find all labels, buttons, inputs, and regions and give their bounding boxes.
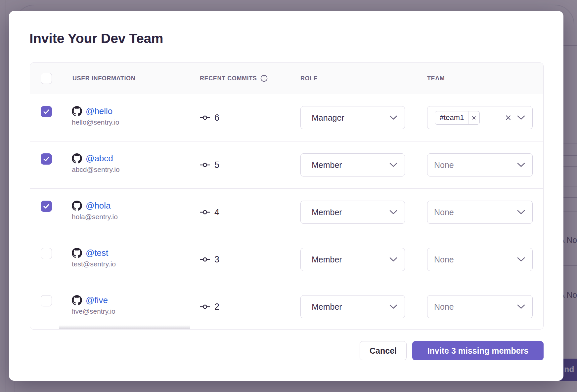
table-row: @abcd abcd@sentry.io 5 Member [30,141,543,189]
role-value: Member [312,160,342,170]
row-checkbox[interactable] [41,248,52,259]
github-icon [72,295,82,305]
user-information-cell: @hello hello@sentry.io [72,106,119,126]
user-information-cell: @test test@sentry.io [72,248,116,268]
chevron-down-icon [389,210,397,215]
role-value: Member [312,255,342,264]
role-select[interactable]: Member [300,248,405,271]
table-row: @hola hola@sentry.io 4 Member [30,189,543,236]
cancel-button[interactable]: Cancel [360,341,407,360]
github-icon [72,201,82,211]
user-email: hola@sentry.io [72,213,118,221]
column-header-role: ROLE [300,63,318,94]
role-value: Member [312,208,342,217]
recent-commits-cell: 6 [200,94,219,141]
recent-commits-label: RECENT COMMITS [200,63,257,94]
chevron-down-icon [389,304,397,309]
user-email: hello@sentry.io [72,118,119,126]
check-icon [43,204,49,209]
team-select[interactable]: #team1 [427,106,533,129]
invite-button-label: Invite 3 missing members [427,346,529,356]
github-username-link[interactable]: @hola [86,201,111,211]
role-select[interactable]: Member [300,201,405,224]
chevron-down-icon [389,163,397,167]
role-select[interactable]: Member [300,153,405,176]
team-value: None [434,302,454,312]
team-value: None [434,255,454,264]
role-value: Manager [312,113,344,123]
row-checkbox[interactable] [41,153,52,165]
git-commit-icon [200,256,210,263]
github-username-link[interactable]: @test [86,248,108,258]
recent-commits-cell: 4 [200,189,219,236]
user-information-cell: @five five@sentry.io [72,295,115,315]
chevron-down-icon [517,115,525,120]
commit-count: 5 [214,160,219,170]
git-commit-icon [200,114,210,121]
column-header-team: TEAM [427,63,445,94]
table-body: @hello hello@sentry.io 6 Manager #team1 [30,94,543,330]
chevron-down-icon [517,304,525,309]
github-username-link[interactable]: @hello [86,106,112,116]
user-email: abcd@sentry.io [72,166,120,174]
row-checkbox[interactable] [41,201,52,212]
invite-members-table: USER INFORMATION RECENT COMMITS ROLE TEA… [30,62,544,330]
table-row: @hello hello@sentry.io 6 Manager #team1 [30,94,543,141]
chevron-down-icon [389,257,397,262]
team-tag: #team1 [435,111,480,125]
git-commit-icon [200,209,210,216]
github-icon [72,106,82,116]
role-select[interactable]: Member [300,295,405,318]
row-checkbox[interactable] [41,295,52,306]
user-email: five@sentry.io [72,307,115,315]
team-select[interactable]: None [427,248,533,271]
cancel-button-label: Cancel [370,346,397,356]
recent-commits-cell: 5 [200,141,219,188]
github-icon [72,153,82,164]
git-commit-icon [200,161,210,169]
commit-count: 3 [214,255,219,265]
chevron-down-icon [517,210,525,215]
chevron-down-icon [517,257,525,262]
team-value: None [434,160,454,170]
role-select[interactable]: Manager [300,106,405,129]
user-information-cell: @hola hola@sentry.io [72,201,118,221]
invite-dev-team-dialog: Invite Your Dev Team USER INFORMATION RE… [9,11,563,381]
check-icon [43,157,49,161]
user-email: test@sentry.io [72,260,116,268]
recent-commits-cell: 2 [200,283,219,330]
recent-commits-cell: 3 [200,236,219,283]
team-value: None [434,208,454,217]
team-select[interactable]: None [427,153,533,176]
select-all-checkbox[interactable] [41,73,52,84]
table-row: @test test@sentry.io 3 Member [30,236,543,283]
github-username-link[interactable]: @abcd [86,153,113,164]
column-header-user-information: USER INFORMATION [72,63,135,94]
remove-team-icon[interactable] [468,111,479,124]
commit-count: 2 [214,302,219,312]
table-header-row: USER INFORMATION RECENT COMMITS ROLE TEA… [30,63,543,94]
background-page-edge [6,0,6,392]
chevron-down-icon [389,115,397,120]
dialog-title: Invite Your Dev Team [29,31,163,46]
row-checkbox[interactable] [41,106,52,117]
table-row: @five five@sentry.io 2 Member [30,283,543,330]
chevron-down-icon [517,163,525,167]
commit-count: 6 [214,113,219,123]
check-icon [43,109,49,114]
clear-team-icon[interactable] [505,115,511,121]
role-value: Member [312,302,342,312]
column-header-recent-commits: RECENT COMMITS [200,63,268,94]
team-select[interactable]: None [427,201,533,224]
background-button-fragment-label: nd [564,365,574,374]
git-commit-icon [200,303,210,310]
github-username-link[interactable]: @five [86,295,108,305]
info-icon[interactable] [260,75,268,82]
user-information-cell: @abcd abcd@sentry.io [72,153,120,174]
invite-missing-members-button[interactable]: Invite 3 missing members [412,341,544,360]
team-tag-label: #team1 [435,113,468,122]
team-select[interactable]: None [427,295,533,318]
github-icon [72,248,82,258]
commit-count: 4 [214,207,219,217]
